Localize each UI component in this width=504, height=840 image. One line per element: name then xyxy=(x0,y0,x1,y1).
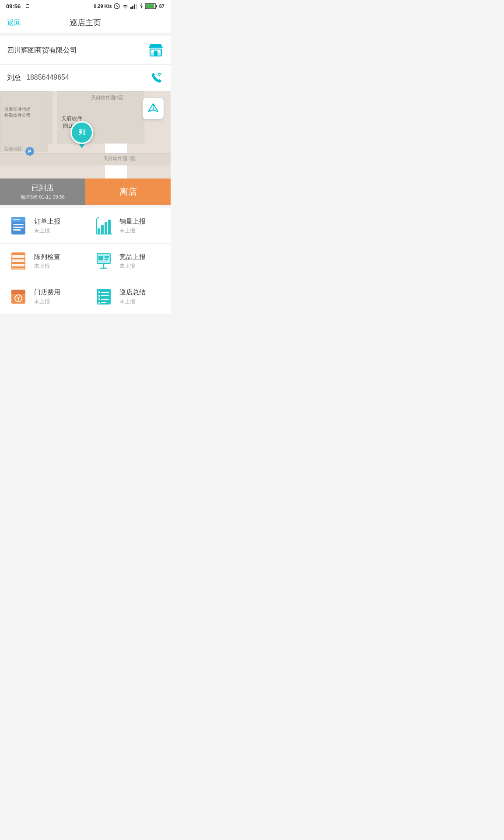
menu-title-cost: 门店费用 xyxy=(34,288,60,297)
svg-rect-36 xyxy=(98,256,103,260)
svg-rect-18 xyxy=(13,227,24,228)
menu-item-tour-summary[interactable]: 巡店总结 未上报 xyxy=(85,279,171,315)
svg-rect-43 xyxy=(11,291,25,294)
call-icon[interactable] xyxy=(150,71,164,85)
svg-rect-47 xyxy=(98,291,100,293)
money-orange-icon: ¥ xyxy=(9,287,28,306)
list-teal-icon xyxy=(94,287,113,306)
menu-item-store-cost[interactable]: ¥ 门店费用 未上报 xyxy=(0,279,85,315)
menu-grid: 订单上报 未上报 销量上报 未上报 xyxy=(0,208,171,315)
shelf-orange-icon xyxy=(9,252,28,271)
menu-title-display: 陈列检查 xyxy=(34,253,60,261)
map-label-park-d: 天府软件园D区 xyxy=(91,94,123,101)
svg-rect-53 xyxy=(98,302,100,304)
menu-item-competitor-report[interactable]: 竞品上报 未上报 xyxy=(85,244,171,279)
contact-row: 刘总 18856449654 xyxy=(0,65,171,91)
back-button[interactable]: 返回 xyxy=(7,18,21,28)
svg-rect-22 xyxy=(101,225,104,234)
navigate-button[interactable] xyxy=(143,98,164,119)
menu-sub-cost: 未上报 xyxy=(34,298,60,305)
svg-rect-13 xyxy=(151,50,154,52)
action-buttons: 已到店 偏差5米 01-11 09:56 离店 xyxy=(0,178,171,205)
svg-rect-52 xyxy=(101,299,109,300)
arrived-sub-label: 偏差5米 01-11 09:56 xyxy=(21,194,65,200)
page-header: 返回 巡店主页 xyxy=(0,12,171,34)
svg-rect-14 xyxy=(158,50,160,52)
svg-line-2 xyxy=(117,6,118,7)
svg-rect-30 xyxy=(12,255,24,258)
menu-title-sales: 销量上报 xyxy=(119,217,146,226)
menu-sub-sales: 未上报 xyxy=(119,227,146,234)
status-time: 09:56 xyxy=(6,3,21,10)
status-right: 0.29 K/s 87 xyxy=(94,3,164,9)
clock-icon xyxy=(114,3,120,9)
svg-rect-6 xyxy=(136,4,137,9)
svg-rect-33 xyxy=(12,268,24,270)
status-battery: 87 xyxy=(159,4,164,9)
svg-rect-38 xyxy=(105,259,108,260)
menu-item-display-check[interactable]: 陈列检查 未上报 xyxy=(0,244,85,279)
battery-icon xyxy=(145,3,158,9)
store-name: 四川辉图商贸有限公司 xyxy=(7,46,77,55)
svg-rect-32 xyxy=(12,264,24,266)
svg-rect-31 xyxy=(12,259,24,262)
map-section: 天府软件园D区 自家安业均塘外勤软件公司 天府软件园D2座 天府软件园D区 P … xyxy=(0,91,171,178)
contact-phone: 18856449654 xyxy=(26,74,69,83)
location-pin: 到 xyxy=(70,121,93,148)
page-title: 巡店主页 xyxy=(70,18,101,28)
svg-rect-8 xyxy=(156,5,157,7)
svg-rect-17 xyxy=(13,224,24,225)
menu-sub-display: 未上报 xyxy=(34,262,60,270)
presentation-teal-icon xyxy=(94,252,113,271)
menu-title-summary: 巡店总结 xyxy=(119,288,146,297)
wifi-icon xyxy=(122,4,129,9)
svg-rect-23 xyxy=(105,222,107,234)
store-name-row: 四川辉图商贸有限公司 xyxy=(0,36,171,65)
doc-blue-icon xyxy=(9,216,28,235)
menu-sub-summary: 未上报 xyxy=(119,298,146,305)
svg-rect-51 xyxy=(98,298,100,300)
svg-rect-20 xyxy=(13,219,20,220)
svg-rect-19 xyxy=(13,229,21,231)
menu-item-sales-report[interactable]: 销量上报 未上报 xyxy=(85,208,171,244)
infinity-icon xyxy=(23,3,32,9)
menu-title-competitor: 竞品上报 xyxy=(119,253,146,261)
menu-item-order-report[interactable]: 订单上报 未上报 xyxy=(0,208,85,244)
svg-line-27 xyxy=(97,217,99,219)
arrived-button[interactable]: 已到店 偏差5米 01-11 09:56 xyxy=(0,178,85,205)
menu-sub-competitor: 未上报 xyxy=(119,262,146,270)
svg-rect-49 xyxy=(98,295,100,297)
svg-rect-12 xyxy=(154,51,158,56)
signal-icon xyxy=(130,4,137,9)
menu-sub-order: 未上报 xyxy=(34,227,60,234)
chart-teal-icon xyxy=(94,216,113,235)
map-watermark: 高德地图 xyxy=(4,146,23,152)
leave-button[interactable]: 离店 xyxy=(85,178,171,205)
svg-rect-24 xyxy=(108,220,111,234)
map-label-external: 自家安业均塘外勤软件公司 xyxy=(4,106,31,119)
store-icon xyxy=(148,42,164,58)
charging-icon xyxy=(139,3,144,9)
map-label-park-d-bottom: 天府软件园D区 xyxy=(103,155,136,162)
menu-title-order: 订单上报 xyxy=(34,217,60,226)
svg-rect-3 xyxy=(130,7,132,9)
svg-rect-50 xyxy=(101,295,109,296)
contact-name: 刘总 xyxy=(7,74,21,83)
status-speed: 0.29 K/s xyxy=(94,4,112,9)
svg-text:¥: ¥ xyxy=(17,296,20,302)
status-bar: 09:56 0.29 K/s xyxy=(0,0,171,12)
svg-rect-37 xyxy=(105,256,109,258)
arrived-label: 已到店 xyxy=(32,183,54,193)
svg-rect-54 xyxy=(101,302,106,303)
parking-marker: P xyxy=(25,147,34,156)
leave-label: 离店 xyxy=(119,186,137,198)
svg-rect-48 xyxy=(101,292,109,293)
svg-rect-4 xyxy=(132,6,133,9)
svg-rect-21 xyxy=(98,228,100,234)
svg-rect-5 xyxy=(134,4,135,9)
store-info-section: 四川辉图商贸有限公司 刘总 18856449654 xyxy=(0,36,171,91)
svg-rect-9 xyxy=(146,4,154,8)
